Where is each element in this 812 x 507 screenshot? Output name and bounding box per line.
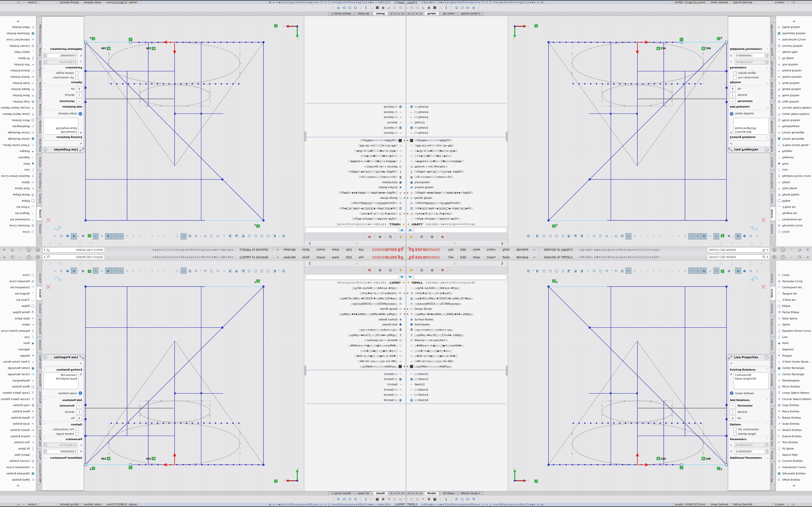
add-relations-header[interactable]: Add Relations⌃ xyxy=(42,397,84,402)
search-scope-dropdown[interactable]: ▼ xyxy=(765,256,769,259)
menu-item[interactable]: View xyxy=(329,256,343,259)
restore-button[interactable]: ❐ xyxy=(795,256,804,259)
sketch-tool-item[interactable]: ✂ Trim Entities xyxy=(0,62,36,68)
tab-nav-arrow-icon[interactable]: ▶| xyxy=(389,12,393,15)
tree-item[interactable]: ▥ ○ƨƽ✚ƷƸƧ○ИN◎∘✚ƆƸƧƧƸƆ✚∘◎NИ○ƧƸƷ✚ƽƨ○ xyxy=(306,206,406,211)
tree-item[interactable]: ✩ ○ƨƽƸ✚∘ɘ◎ΛΑΦ○∘○ΦΑΛ◎ɘ∘✚Ƹƽƨ○ xyxy=(306,285,406,291)
tree-scrollbar[interactable] xyxy=(305,366,306,376)
tree-item[interactable]: ◘ ○ƨƽ∙∩✳ɘΑm○∘○mΑɘ✳∩∙ƽƨ○ xyxy=(406,327,506,332)
sketch-tool-item[interactable]: ▭ Corner Rectangle xyxy=(0,371,36,377)
motion-toolbar-icon[interactable] xyxy=(478,5,479,11)
command-tab[interactable]: Sheet Metal xyxy=(36,353,42,371)
tree-item[interactable]: ⌐ Sketch3 xyxy=(306,382,406,387)
tree-item[interactable]: ⛭ Material < not specified > xyxy=(306,164,406,169)
command-tab[interactable]: Evaluate xyxy=(770,155,776,170)
add-relation-button[interactable]: | Vertical xyxy=(42,409,84,415)
sketch-tool-item[interactable]: ∾ Spline xyxy=(0,322,36,328)
sketch-tool-item[interactable]: ⊏ Offset Entities xyxy=(776,24,812,31)
relation-entry[interactable]: Equal length109 xyxy=(45,377,77,381)
sketch-tool-item[interactable]: ◔ Partial Ellipse xyxy=(0,192,36,198)
sketch-tool-item[interactable]: ≈ Intersection Curve xyxy=(776,37,812,43)
tree-item[interactable]: ⛭ Material < not specified > xyxy=(406,338,506,343)
tree-item[interactable]: ⌙ ○ИN∘ǤƆ∘ɘ◎○∘○◎ɘ∘ƆǤ∘NИ○ xyxy=(306,143,406,149)
tree-item[interactable]: ▶ 🗀 Design Binder xyxy=(306,195,406,201)
tree-item[interactable]: ⌐ Sketch3 xyxy=(406,382,506,387)
options-header[interactable]: Options⌃ xyxy=(42,80,84,86)
additional-parameters-header[interactable]: Additional Parameters⌄ xyxy=(42,47,84,52)
angle-spinner[interactable]: ▲▼ xyxy=(766,53,769,58)
tree-item[interactable]: ⌐ (-) Sketch4 xyxy=(406,110,506,115)
document-tab[interactable]: Model xyxy=(373,12,388,16)
command-tab[interactable]: ⋮ xyxy=(770,485,776,490)
command-tab[interactable]: Markup xyxy=(36,449,42,461)
sketch-tool-item[interactable]: ◇ 3 Point Center Recta... xyxy=(776,359,812,365)
search-scope-dropdown[interactable]: ▼ xyxy=(765,248,769,252)
sketch-tool-item[interactable]: ▪ Point xyxy=(0,340,36,346)
search-scope-dropdown[interactable]: ▼ xyxy=(43,256,47,259)
tree-item[interactable]: ✩ ○ƨƽƸ✚∘ɘ◎ΛΑΦ○∘○ΦΑΛ◎ɘ∘✚Ƹƽƨ○ xyxy=(406,285,506,291)
additional-parameters-header[interactable]: Additional Parameters⌄ xyxy=(728,455,770,460)
account-icon[interactable]: ⏣ xyxy=(36,255,40,259)
motion-toolbar-icon[interactable]: ⌊ xyxy=(363,6,368,10)
sketch-tool-item[interactable]: ∫ Fit Spline xyxy=(776,445,812,452)
ok-button[interactable]: ✔ xyxy=(42,360,84,367)
sketch-tool-item[interactable]: ∫ Fit Spline xyxy=(0,55,36,62)
tree-item[interactable]: ◴ ○ƨƽɘ◎ƨƽИNƷƸƧ○∘○ƧƸƷNИƽƨ◎ɘƽƨ○ xyxy=(306,201,406,206)
sketch-tool-item[interactable]: ◯ Ellipse xyxy=(0,303,36,309)
command-tab[interactable]: Weldments xyxy=(36,371,42,388)
tree-item[interactable]: ▦ (-) Sketch6 xyxy=(306,104,406,110)
pin-icon[interactable]: ➤ xyxy=(532,248,537,252)
relation-entry[interactable]: Equal length109 xyxy=(735,377,767,381)
menu-item[interactable]: Edit xyxy=(343,256,355,259)
sketch-tool-item[interactable]: ▱ Parallelogram xyxy=(776,124,812,130)
motion-toolbar-icon[interactable]: ⌊ xyxy=(444,6,449,10)
tree-item[interactable]: ▱ ○✚ǤƧ∘ɘ○✳◉|○∘○|◉✳○ɘ∘ƧǤ✚○ xyxy=(406,149,506,154)
motion-toolbar-icon[interactable]: ▤ xyxy=(392,6,398,10)
tree-filter-input[interactable] xyxy=(413,227,506,232)
search-icon[interactable] xyxy=(47,248,50,252)
command-tab[interactable]: Mold Tools xyxy=(770,101,776,118)
tree-item[interactable]: Σ ○ƨƽИN◎∘✚Α∪ƷƸ○∘○ƸƷ∪Α✚∘◎NИƽƨ○ xyxy=(406,332,506,338)
tree-item[interactable]: Σ ○ƨƽИN◎∘✚Α∪ƷƸ○∘○ƸƷ∪Α✚∘◎NИƽƨ○ xyxy=(306,332,406,338)
tree-item[interactable]: ▱ ○∙◎✚○✳◉|○∘○|◉✳○✚◎∙○ xyxy=(406,154,506,159)
expand-arrow-icon[interactable]: ▶ xyxy=(406,197,409,199)
document-tab[interactable]: Motion Study 1 xyxy=(328,491,354,495)
relation-entry[interactable]: Collinear108 xyxy=(45,130,77,134)
pin-icon[interactable]: ➤ xyxy=(275,255,280,260)
angle-field[interactable]: 0.00000000° xyxy=(734,53,765,58)
command-tab[interactable]: Features xyxy=(770,270,776,286)
tree-item[interactable]: ⌐ (-) Sketch5 xyxy=(406,115,506,120)
menu-item[interactable]: Edit xyxy=(343,248,355,252)
menu-item[interactable]: Window xyxy=(280,248,299,252)
expand-arrow-icon[interactable]: ▶ xyxy=(406,292,409,294)
sketch-tool-item[interactable]: ≈ Intersection Curve xyxy=(776,464,812,470)
tree-item[interactable]: ▦ (-) Sketch6 xyxy=(406,397,506,403)
sketch-tool-item[interactable]: ◟ Sketch Fillet xyxy=(0,49,36,55)
tree-filter-input[interactable] xyxy=(413,275,506,280)
tree-item[interactable]: ⛭ Material < not specified > xyxy=(406,164,506,169)
panel-help-icon[interactable]: ? xyxy=(43,148,47,152)
sketch-tool-item[interactable]: ∿ Style Spline xyxy=(776,186,812,192)
tree-item[interactable]: ▱ ○∙◎✚○✳◉|○∘○|◉✳○✚◎∙○ xyxy=(306,348,406,353)
command-tab[interactable]: Surfaces xyxy=(36,301,42,316)
sketch-tool-item[interactable]: ✂ Trim Entities xyxy=(776,439,812,446)
sketch-tool-item[interactable]: ○ Circle xyxy=(776,272,812,278)
sketch-tool-item[interactable]: ◎ Perimeter Circle xyxy=(776,278,812,284)
command-tab[interactable]: Sheet Metal xyxy=(770,353,776,371)
expand-arrow-icon[interactable]: ▶ xyxy=(406,365,409,368)
document-tab[interactable]: 3D Views xyxy=(355,12,373,16)
sketch-tool-item[interactable]: ∫ Fit Spline xyxy=(0,445,36,452)
sketch-tool-item[interactable]: ╱ Line xyxy=(0,167,36,173)
command-tab[interactable]: Surfaces xyxy=(36,191,42,206)
feature-panel-tab[interactable]: ☸ xyxy=(438,233,448,240)
sketch-tool-item[interactable]: ✛ Move Entities xyxy=(776,93,812,99)
help-icon[interactable]: ? xyxy=(27,248,31,252)
command-tab[interactable]: Mesh Modeling xyxy=(770,80,776,101)
length-spinner[interactable]: ▲▼ xyxy=(43,442,46,447)
sketch-tool-item[interactable]: ◯ Ellipse xyxy=(0,198,36,204)
tree-item[interactable]: ⌐ (-) Sketch5 xyxy=(306,387,406,392)
expand-arrow-icon[interactable]: ▶ xyxy=(406,308,409,310)
command-tab[interactable]: Data Migration xyxy=(36,427,42,449)
search-input[interactable]: Search CAD Models ▼ xyxy=(707,255,770,260)
tree-item[interactable]: ▶ ⬛ ○ƨƽƸИNΑ∩∙○∘○∙∩ΑNИƸƽƨ○ xyxy=(406,138,506,143)
